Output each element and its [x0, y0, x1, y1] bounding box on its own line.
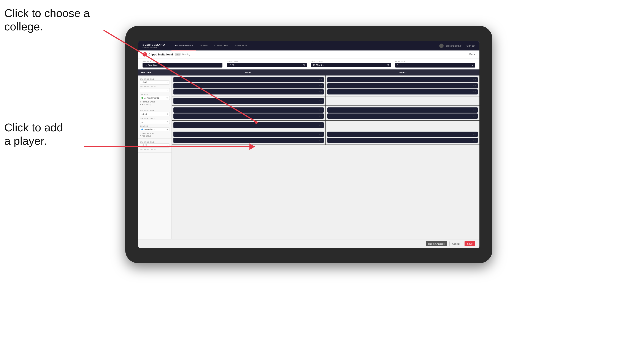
start-time-select[interactable]: 10:00 ⏱	[227, 63, 307, 67]
sign-out-link[interactable]: Sign out	[466, 44, 475, 47]
annotation-top: Click to choose a college.	[4, 6, 90, 33]
breadcrumb: C Clippd Invitational Men Hosting	[142, 52, 190, 56]
cancel-button[interactable]: Cancel	[450, 241, 462, 246]
back-button[interactable]: ‹ Back	[468, 53, 475, 56]
player-slot-t1g1-2[interactable]: ×▾	[174, 83, 324, 88]
group-actions-2: ○ Remove Group + Add Group	[140, 132, 170, 137]
team1-group2: ×▾ ×▾	[172, 106, 326, 120]
save-button[interactable]: Save	[464, 241, 475, 246]
course-dot-2	[142, 129, 143, 130]
player-slot-t1g3-1[interactable]: ×▾	[174, 132, 324, 137]
player-slot-t1g2-1[interactable]: ×▾	[174, 107, 324, 113]
tablet-device: SCOREBOARD Powered by clippd TOURNAMENTS…	[125, 26, 492, 263]
label-starting-time-2: STARTING TIME:	[140, 110, 170, 112]
nav-tabs: TOURNAMENTS TEAMS COMMITTEE RANKINGS	[172, 41, 440, 50]
logo-subtitle: Powered by clippd	[142, 46, 165, 48]
course-slot-t1-g2[interactable]: ×▾	[174, 122, 324, 128]
nav-tab-rankings[interactable]: RANKINGS	[232, 41, 250, 50]
group-size-select[interactable]: 3 ▾	[395, 63, 475, 67]
logo-title: SCOREBOARD	[142, 43, 165, 46]
label-starting-hole-1: STARTING HOLE:	[140, 86, 170, 88]
label-course-1: COURSE:	[140, 94, 170, 96]
team1-group3: ×▾ ×▾	[172, 130, 326, 145]
player-slot-t2g1-1[interactable]: ×▾	[328, 77, 478, 82]
team1-group1-course: ×▾	[172, 96, 326, 106]
schedule-area: STARTING TIME: 10:00 ⏱ STARTING HOLE: 1 …	[138, 75, 480, 239]
player-slot-t1g3-2[interactable]: ×▾	[174, 138, 324, 143]
player-slot-t1g1-3[interactable]: ×▾	[174, 89, 324, 94]
starting-time-3[interactable]: 10:20 ⏱	[140, 144, 170, 148]
clippd-logo: C	[142, 52, 147, 56]
team2-group3: ×▾ ×▾	[326, 130, 480, 145]
starting-time-2[interactable]: 10:10 ⏱	[140, 112, 170, 116]
course-tag-1[interactable]: (A) Peachtree GC × ▾	[140, 96, 170, 100]
group-size-label: Group Size	[395, 60, 475, 62]
group-1-course-row: ×▾	[172, 96, 480, 106]
left-panel: STARTING TIME: 10:00 ⏱ STARTING HOLE: 1 …	[138, 75, 172, 239]
teams-area: ×▾ ×▾ ×▾ ×▾	[172, 75, 480, 239]
group-2-teams: ×▾ ×▾ ×▾ ×▾	[172, 106, 480, 121]
nav-tab-committee[interactable]: COMMITTEE	[211, 41, 232, 50]
add-group-1[interactable]: + Add Group	[140, 103, 170, 106]
start-time-label: Start Time	[227, 60, 307, 62]
tournament-title: Clippd Invitational	[148, 53, 173, 56]
group-2: STARTING TIME: 10:10 ⏱ STARTING HOLE: 1 …	[138, 107, 172, 139]
course-tag-2[interactable]: East Lake GC × ▾	[140, 128, 170, 131]
annotation-bottom: Click to add a player.	[4, 121, 63, 148]
intervals-group: Intervals 10 Minutes ⏱	[311, 60, 391, 67]
player-slot-t2g2-1[interactable]: ×▾	[328, 107, 478, 113]
player-slot-t1g1-1[interactable]: ×▾	[174, 77, 324, 82]
user-email: blair@clippd.io	[446, 44, 461, 47]
start-type-label: Start Type	[142, 60, 222, 62]
course-slot-t1[interactable]: ×▾	[174, 98, 324, 104]
group-1-teams: ×▾ ×▾ ×▾ ×▾	[172, 75, 480, 96]
starting-hole-2[interactable]: 1 ▾	[140, 120, 170, 124]
intervals-label: Intervals	[311, 60, 391, 62]
team2-group2: ×▾ ×▾	[326, 106, 480, 120]
group-3: STARTING TIME: 10:20 ⏱ STARTING HOLE:	[138, 139, 172, 153]
nav-tab-teams[interactable]: TEAMS	[196, 41, 211, 50]
sub-header: C Clippd Invitational Men Hosting ‹ Back	[138, 50, 480, 58]
th-team1: Team 1	[172, 69, 326, 75]
intervals-select[interactable]: 10 Minutes ⏱	[311, 63, 391, 67]
start-time-group: Start Time 10:00 ⏱	[227, 60, 307, 67]
label-starting-time-3: STARTING TIME:	[140, 141, 170, 143]
player-slot-t1g2-2[interactable]: ×▾	[174, 114, 324, 119]
nav-tab-tournaments[interactable]: TOURNAMENTS	[172, 41, 196, 50]
table-header: Tee Time Team 1 Team 2	[138, 69, 480, 75]
label-course-2: COURSE:	[140, 125, 170, 127]
app-footer: Reset Changes Cancel Save	[138, 239, 480, 248]
team2-group1: ×▾ ×▾ ×▾	[326, 75, 480, 96]
remove-group-1[interactable]: ○ Remove Group	[140, 101, 170, 103]
header-right: blair@clippd.io | Sign out	[439, 44, 475, 48]
label-starting-hole-3: STARTING HOLE:	[140, 149, 170, 151]
player-slot-t2g1-3[interactable]: ×▾	[328, 89, 478, 94]
group-1: STARTING TIME: 10:00 ⏱ STARTING HOLE: 1 …	[138, 75, 172, 107]
th-team2: Team 2	[326, 69, 480, 75]
starting-hole-1[interactable]: 1 ▾	[140, 88, 170, 92]
scoreboard-logo: SCOREBOARD Powered by clippd	[142, 43, 165, 48]
add-group-2[interactable]: + Add Group	[140, 135, 170, 137]
player-slot-t2g3-1[interactable]: ×▾	[328, 132, 478, 137]
team2-group2-empty	[326, 121, 480, 130]
remove-group-2[interactable]: ○ Remove Group	[140, 132, 170, 134]
player-slot-t2g3-2[interactable]: ×▾	[328, 138, 478, 143]
team1-group1: ×▾ ×▾ ×▾	[172, 75, 326, 96]
starting-time-1[interactable]: 10:00 ⏱	[140, 80, 170, 85]
tablet-screen: SCOREBOARD Powered by clippd TOURNAMENTS…	[138, 41, 480, 248]
team2-group1-course	[326, 96, 480, 106]
group-actions-1: ○ Remove Group + Add Group	[140, 101, 170, 106]
hosting-label: Hosting	[182, 53, 190, 56]
gender-badge: Men	[175, 53, 181, 56]
settings-bar: Start Type 1st Tee Start ▾ Start Time 10…	[138, 58, 480, 69]
player-slot-t2g1-2[interactable]: ×▾	[328, 83, 478, 88]
course-dot-1	[142, 97, 143, 99]
user-avatar	[439, 44, 444, 48]
reset-button[interactable]: Reset Changes	[426, 241, 447, 246]
group-size-group: Group Size 3 ▾	[395, 60, 475, 67]
player-slot-t2g2-2[interactable]: ×▾	[328, 114, 478, 119]
th-tee-time: Tee Time	[138, 69, 172, 75]
start-type-group: Start Type 1st Tee Start ▾	[142, 60, 222, 67]
start-type-select[interactable]: 1st Tee Start ▾	[142, 63, 222, 67]
team1-group2-course: ×▾	[172, 121, 326, 130]
